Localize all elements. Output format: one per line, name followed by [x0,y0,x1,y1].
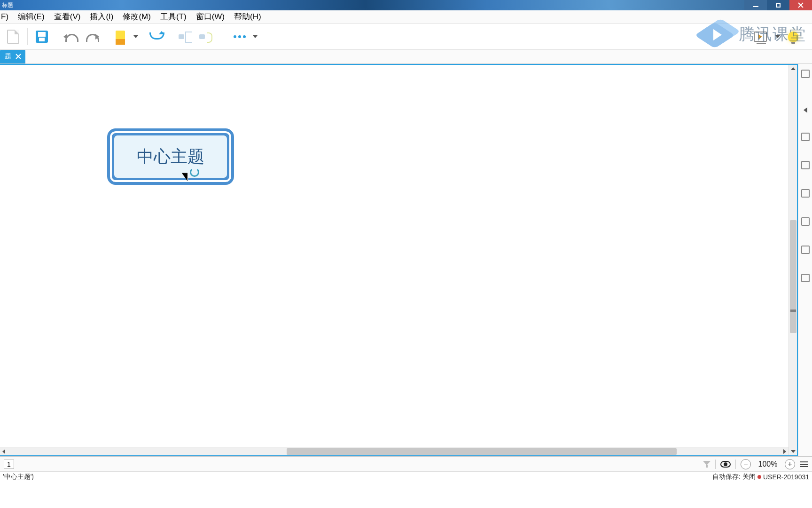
panel-collapse-icon[interactable] [804,107,807,113]
save-icon [36,31,48,43]
bottom-right-controls: − 100% + [703,459,808,469]
separator [715,460,716,469]
menu-window[interactable]: 窗口(W) [191,9,229,24]
mindmap-canvas[interactable]: 中心主题 [0,65,797,455]
undo-button[interactable] [62,27,80,46]
page-number-input[interactable] [4,460,14,469]
tab-close-icon[interactable] [15,53,22,60]
highlighter-icon [116,31,125,43]
status-dot-icon [757,475,761,479]
save-button[interactable] [32,27,51,46]
menu-insert[interactable]: 插入(I) [85,9,118,24]
status-selection: '中心主题') [3,473,34,481]
toolbar-separator [27,28,28,45]
zoom-in-button[interactable]: + [785,459,795,469]
vertical-scroll-thumb[interactable] [790,220,796,333]
toolbar [0,24,812,50]
window-maximize-button[interactable] [767,0,789,10]
scroll-left-icon[interactable] [2,449,5,454]
menu-modify[interactable]: 修改(M) [118,9,155,24]
window-controls [744,0,812,10]
separator [735,460,736,469]
scroll-marker [790,310,796,312]
document-tab-label: 题 [5,52,11,61]
filter-icon[interactable] [703,461,710,468]
menu-help[interactable]: 帮助(H) [229,9,266,24]
window-title: 标题 [2,1,13,9]
window-title-bar: 标题 [0,0,812,10]
busy-spinner-icon [190,167,199,177]
panel-icon[interactable] [801,189,810,198]
boundary-button[interactable] [196,27,215,46]
panel-icon[interactable] [801,133,810,141]
menu-view[interactable]: 查看(V) [49,9,86,24]
more-dropdown-icon[interactable] [253,35,258,38]
subtopic-button[interactable] [176,27,195,46]
panel-icon[interactable] [801,161,810,169]
menu-tools[interactable]: 工具(T) [156,9,191,24]
status-user: USER-2019031 [763,473,809,481]
scroll-down-icon[interactable] [791,450,796,453]
zoom-level: 100% [756,460,780,468]
status-bar: '中心主题') 自动保存: 关闭 USER-2019031 [0,471,812,482]
zoom-out-button[interactable]: − [741,459,751,469]
panel-icon[interactable] [801,70,810,78]
horizontal-scrollbar[interactable] [0,447,789,455]
vertical-scrollbar[interactable] [789,65,797,455]
menu-icon[interactable] [800,461,808,467]
relationship-icon [149,32,163,42]
redo-button[interactable] [82,27,101,46]
bottom-bar: − 100% + [0,456,812,471]
window-minimize-button[interactable] [744,0,767,10]
watermark-logo: 腾讯课堂 [697,18,806,51]
tencent-class-logo-icon [697,18,735,51]
highlighter-dropdown-icon[interactable] [133,35,138,38]
relationship-button[interactable] [147,27,165,46]
panel-icon[interactable] [801,274,810,282]
undo-icon [64,32,78,41]
panel-icon[interactable] [801,246,810,254]
menu-bar: F) 编辑(E) 查看(V) 插入(I) 修改(M) 工具(T) 窗口(W) 帮… [0,10,812,24]
canvas-container: 中心主题 [0,64,798,456]
boundary-icon [199,32,212,42]
highlighter-button[interactable] [111,27,130,46]
toolbar-separator [106,28,106,45]
more-icon [234,35,246,38]
autosave-state: 关闭 [742,473,756,481]
panel-icon[interactable] [801,217,810,226]
menu-file[interactable]: F) [0,10,13,24]
document-icon [7,30,19,44]
document-tab[interactable]: 题 [0,49,25,64]
scroll-right-icon[interactable] [783,449,786,454]
redo-icon [85,32,98,41]
horizontal-scroll-thumb[interactable] [287,448,677,455]
watermark-text: 腾讯课堂 [739,24,806,45]
central-topic-node[interactable]: 中心主题 [107,128,234,185]
subtopic-icon [179,32,192,42]
menu-edit[interactable]: 编辑(E) [13,9,49,24]
visibility-icon[interactable] [720,461,731,468]
autosave-label: 自动保存: [712,473,741,481]
window-close-button[interactable] [789,0,812,10]
status-right: 自动保存: 关闭 USER-2019031 [712,473,809,481]
document-tab-bar: 题 [0,50,812,64]
more-button[interactable] [230,27,249,46]
scroll-up-icon[interactable] [791,67,796,70]
new-document-button[interactable] [4,27,23,46]
right-panel-edge [798,64,812,456]
